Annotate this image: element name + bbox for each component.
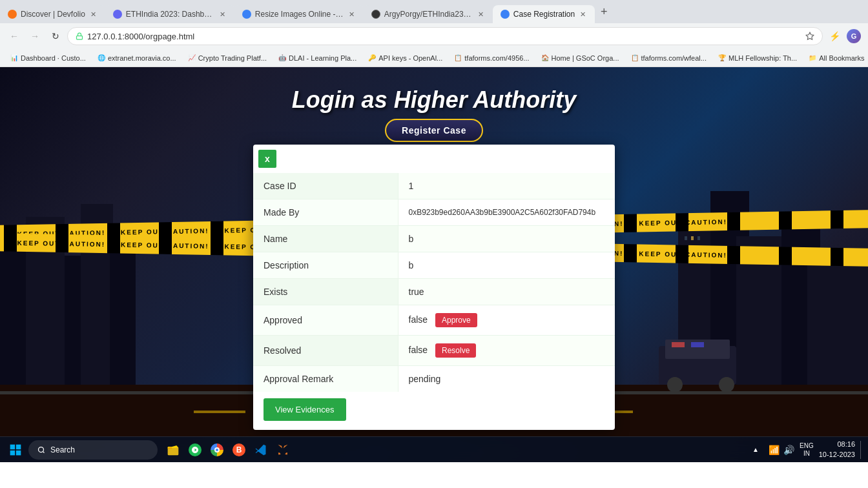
bookmark-gsoc[interactable]: 🏠 Home | GSoC Orga... bbox=[536, 53, 625, 63]
table-row-approval-remark: Approval Remark pending bbox=[253, 366, 615, 392]
taskbar-file-explorer[interactable] bbox=[163, 440, 183, 460]
taskbar-search-label: Search bbox=[50, 445, 75, 454]
taskbar-search-box[interactable]: Search bbox=[28, 440, 158, 460]
bookmark-api-label: API keys - OpenAl... bbox=[378, 54, 442, 62]
bookmark-dlai[interactable]: 🤖 DLAI - Learning Pla... bbox=[273, 53, 362, 63]
register-case-button[interactable]: Register Case bbox=[385, 119, 483, 142]
case-id-value: 1 bbox=[398, 173, 615, 199]
extensions-button[interactable]: ⚡ bbox=[825, 27, 843, 45]
reload-button[interactable]: ↻ bbox=[46, 27, 65, 45]
bookmark-all[interactable]: 📁 All Bookmarks bbox=[803, 53, 868, 63]
bookmark-api[interactable]: 🔑 API keys - OpenAl... bbox=[363, 53, 448, 63]
taskbar-chrome[interactable] bbox=[207, 440, 227, 460]
taskbar-expand-icon[interactable]: ▲ bbox=[747, 441, 765, 459]
description-label: Description bbox=[253, 252, 398, 279]
tab-argyporgy-favicon bbox=[371, 10, 380, 19]
resolved-label: Resolved bbox=[253, 336, 398, 366]
taskbar-date: 10-12-2023 bbox=[819, 450, 855, 460]
bookmark-tfaforms1[interactable]: 📋 tfaforms.com/4956... bbox=[449, 53, 534, 63]
bookmark-tfaforms2[interactable]: 📋 tfaforms.com/wfeal... bbox=[626, 53, 712, 63]
tab-bar: Discover | Devfolio ✕ ETHIndia 2023: Das… bbox=[0, 0, 868, 23]
case-panel: x Case ID 1 Made By 0xB923b9ed260AA3b9bE… bbox=[253, 145, 615, 430]
svg-rect-35 bbox=[691, 342, 704, 347]
taskbar: Search bbox=[0, 436, 868, 462]
browser-chrome: Discover | Devfolio ✕ ETHIndia 2023: Das… bbox=[0, 0, 868, 67]
tab-resize-label: Resize Images Online - Resize J... bbox=[255, 10, 344, 19]
bookmark-tfaforms2-label: tfaforms.com/wfeal... bbox=[641, 54, 707, 62]
bookmark-crypto[interactable]: 📈 Crypto Trading Platf... bbox=[183, 53, 272, 63]
resolve-button[interactable]: Resolve bbox=[435, 343, 476, 358]
volume-icon: 🔊 bbox=[783, 445, 794, 455]
tab-case-reg-close[interactable]: ✕ bbox=[579, 9, 587, 20]
tab-resize-favicon bbox=[242, 10, 251, 19]
panel-close-button[interactable]: x bbox=[258, 150, 276, 168]
table-row-made-by: Made By 0xB923b9ed260AA3b9bE3900A2C5A602… bbox=[253, 199, 615, 226]
table-row-name: Name b bbox=[253, 226, 615, 252]
vscode-icon bbox=[254, 443, 267, 456]
bookmark-crypto-label: Crypto Trading Platf... bbox=[198, 54, 267, 62]
taskbar-brave[interactable]: B bbox=[229, 440, 249, 460]
bookmark-mlh-label: MLH Fellowship: Th... bbox=[728, 54, 797, 62]
tab-devfolio-favicon bbox=[8, 10, 17, 19]
tab-resize[interactable]: Resize Images Online - Resize J... ✕ bbox=[234, 5, 364, 23]
svg-rect-21 bbox=[698, 236, 700, 240]
taskbar-language-code: ENG bbox=[800, 442, 814, 450]
approved-cell: false Approve bbox=[398, 305, 615, 336]
taskbar-time-date[interactable]: 08:16 10-12-2023 bbox=[819, 440, 855, 460]
account-button[interactable]: G bbox=[845, 27, 863, 45]
svg-rect-38 bbox=[10, 450, 16, 455]
svg-line-41 bbox=[43, 451, 44, 452]
tab-devfolio-close[interactable]: ✕ bbox=[89, 9, 98, 20]
tab-ethindia-favicon bbox=[113, 10, 122, 19]
taskbar-vscode[interactable] bbox=[251, 440, 271, 460]
secure-icon bbox=[76, 32, 83, 40]
page-title: Login as Higher Authority bbox=[0, 86, 868, 114]
tab-devfolio-label: Discover | Devfolio bbox=[21, 10, 85, 19]
start-button[interactable] bbox=[5, 440, 26, 460]
exists-label: Exists bbox=[253, 279, 398, 305]
made-by-label: Made By bbox=[253, 199, 398, 226]
brave-icon: B bbox=[232, 443, 245, 456]
address-bar[interactable]: 127.0.0.1:8000/orgpage.html bbox=[67, 27, 823, 45]
tab-argyporgy-close[interactable]: ✕ bbox=[477, 9, 485, 20]
svg-point-32 bbox=[667, 377, 683, 392]
table-row-exists: Exists true bbox=[253, 279, 615, 305]
tab-devfolio[interactable]: Discover | Devfolio ✕ bbox=[0, 5, 105, 23]
tab-resize-close[interactable]: ✕ bbox=[347, 9, 356, 20]
taskbar-spotify[interactable] bbox=[185, 440, 205, 460]
approve-button[interactable]: Approve bbox=[435, 313, 477, 327]
tab-ethindia[interactable]: ETHIndia 2023: Dashboard | De... ✕ bbox=[105, 5, 234, 23]
search-icon bbox=[37, 446, 45, 454]
back-button[interactable]: ← bbox=[5, 27, 23, 45]
bookmark-extranet[interactable]: 🌐 extranet.moravia.co... bbox=[92, 53, 181, 63]
svg-point-40 bbox=[39, 447, 44, 452]
show-desktop-divider bbox=[860, 441, 863, 459]
tab-argyporgy[interactable]: ArgyPorgy/ETHIndia23-Crime-D... ✕ bbox=[364, 5, 493, 23]
address-text[interactable]: 127.0.0.1:8000/orgpage.html bbox=[87, 32, 801, 41]
resolved-value: false bbox=[409, 345, 428, 355]
bookmark-gsoc-label: Home | GSoC Orga... bbox=[552, 54, 619, 62]
name-value: b bbox=[398, 226, 615, 252]
table-row-description: Description b bbox=[253, 252, 615, 279]
svg-rect-39 bbox=[16, 450, 21, 455]
view-evidences-button[interactable]: View Evidences bbox=[264, 398, 346, 421]
bookmark-dashboard[interactable]: 📊 Dashboard · Custo... bbox=[5, 53, 91, 63]
forward-button[interactable]: → bbox=[26, 27, 44, 45]
bookmark-dlai-label: DLAI - Learning Pla... bbox=[289, 54, 356, 62]
svg-point-33 bbox=[719, 377, 734, 392]
taskbar-language-locale: IN bbox=[803, 450, 810, 458]
description-value: b bbox=[398, 252, 615, 279]
tab-case-registration[interactable]: Case Registration ✕ bbox=[493, 5, 595, 23]
case-details-table: Case ID 1 Made By 0xB923b9ed260AA3b9bE39… bbox=[253, 173, 615, 392]
bookmark-mlh[interactable]: 🏆 MLH Fellowship: Th... bbox=[713, 53, 802, 63]
new-tab-button[interactable]: + bbox=[595, 3, 613, 21]
network-icon: 📶 bbox=[769, 445, 780, 455]
tab-ethindia-close[interactable]: ✕ bbox=[218, 9, 227, 20]
metamask-icon bbox=[276, 443, 289, 456]
bookmarks-bar: 📊 Dashboard · Custo... 🌐 extranet.moravi… bbox=[0, 49, 868, 67]
approved-value: false bbox=[409, 314, 428, 325]
taskbar-metamask[interactable] bbox=[273, 440, 293, 460]
bookmark-extranet-label: extranet.moravia.co... bbox=[108, 54, 176, 62]
tab-ethindia-label: ETHIndia 2023: Dashboard | De... bbox=[126, 10, 214, 19]
tab-case-reg-label: Case Registration bbox=[513, 10, 575, 19]
